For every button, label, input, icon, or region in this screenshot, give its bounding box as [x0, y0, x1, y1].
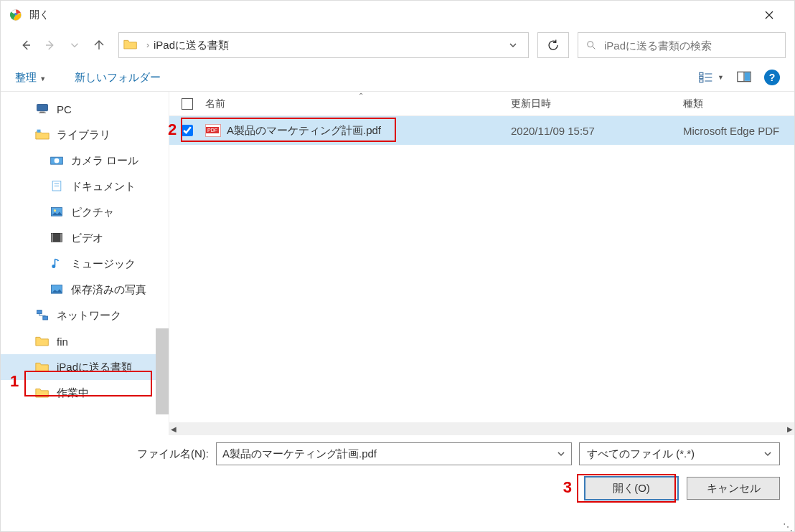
refresh-icon: [547, 39, 560, 52]
svg-rect-4: [700, 76, 703, 78]
filename-value: A製品のマーケティング計画.pdf: [222, 447, 377, 461]
select-all-checkbox[interactable]: [182, 98, 193, 110]
details-view-icon: [699, 71, 713, 84]
address-dropdown-button[interactable]: [502, 41, 524, 49]
callout-number-3: 3: [563, 478, 572, 497]
column-header-type[interactable]: 種類: [683, 98, 794, 110]
organize-menu[interactable]: 整理 ▼: [15, 71, 46, 85]
file-rows: 2 A製品のマーケティング計画.pdf2020/11/09 15:57Micro…: [169, 116, 794, 422]
tree-item[interactable]: ピクチャ: [1, 199, 169, 225]
file-type: Microsoft Edge PDF: [683, 125, 794, 137]
tree-item-label: ミュージック: [71, 257, 136, 271]
arrow-right-icon: [44, 39, 57, 52]
breadcrumb-separator: ›: [146, 40, 149, 50]
tree-item-label: iPadに送る書類: [57, 361, 132, 374]
pc-icon: [35, 103, 50, 115]
recent-locations-button[interactable]: [64, 34, 85, 56]
tree-item[interactable]: ビデオ: [1, 225, 169, 251]
svg-rect-12: [37, 104, 47, 110]
preview-pane-icon: [737, 70, 751, 83]
refresh-button[interactable]: [537, 32, 569, 58]
tree-item-label: fin: [57, 336, 68, 348]
svg-point-17: [55, 158, 60, 163]
tree-item[interactable]: fin: [1, 328, 169, 354]
view-controls: ▼ ?: [699, 70, 780, 85]
nav-up-button[interactable]: [88, 34, 110, 56]
music-icon: [50, 257, 64, 270]
svg-rect-3: [700, 72, 703, 75]
tree-item[interactable]: PC: [1, 96, 169, 122]
svg-rect-24: [51, 233, 52, 242]
svg-rect-11: [745, 72, 751, 81]
tree-item[interactable]: ドキュメント: [1, 174, 169, 199]
chevron-down-icon: [557, 450, 565, 458]
callout-number-1: 1: [10, 372, 19, 391]
svg-point-22: [54, 209, 56, 212]
nav-forward-button[interactable]: [39, 34, 61, 56]
column-header-name[interactable]: ⌃名前: [205, 98, 511, 110]
svg-rect-28: [37, 310, 42, 314]
search-input[interactable]: [604, 39, 778, 52]
folder-icon: [123, 38, 138, 52]
tree-item[interactable]: 保存済みの写真: [1, 277, 169, 303]
nav-back-button[interactable]: [15, 34, 37, 56]
tree-item[interactable]: ライブラリ: [1, 122, 169, 148]
nav-tree[interactable]: PCライブラリカメラ ロールドキュメントピクチャビデオミュージック保存済みの写真…: [1, 92, 169, 435]
pic-icon: [50, 206, 64, 219]
tree-item-label: ライブラリ: [57, 128, 110, 142]
tree-item-label: ドキュメント: [71, 180, 136, 194]
tree-item[interactable]: iPadに送る書類: [1, 354, 169, 380]
row-checkbox[interactable]: [182, 125, 193, 136]
scroll-left-icon: ◀: [171, 425, 177, 433]
tree-item-label: 作業中: [57, 386, 89, 400]
horizontal-scrollbar[interactable]: ◀ ▶: [169, 422, 794, 435]
tree-item[interactable]: ネットワーク: [1, 303, 169, 328]
main-split: PCライブラリカメラ ロールドキュメントピクチャビデオミュージック保存済みの写真…: [1, 91, 794, 435]
svg-point-26: [52, 265, 55, 268]
sort-indicator-icon: ⌃: [358, 92, 364, 100]
close-icon: [765, 11, 773, 19]
tree-scrollbar-thumb[interactable]: [156, 328, 169, 414]
file-row[interactable]: A製品のマーケティング計画.pdf2020/11/09 15:57Microso…: [169, 116, 794, 145]
search-box[interactable]: [578, 32, 786, 58]
open-button[interactable]: 開く(O): [585, 477, 678, 500]
title-bar: 開く: [1, 1, 794, 29]
resize-grip[interactable]: [783, 520, 793, 530]
svg-point-2: [588, 42, 593, 47]
nav-row: › iPadに送る書類: [1, 29, 794, 65]
svg-rect-5: [700, 80, 703, 82]
toolbar: 整理 ▼ 新しいフォルダー ▼ ?: [1, 65, 794, 91]
camera-icon: [50, 154, 64, 167]
tree-item-label: ピクチャ: [71, 206, 114, 219]
filename-label: ファイル名(N):: [15, 447, 216, 461]
file-type-value: すべてのファイル (*.*): [587, 447, 695, 461]
tree-item[interactable]: カメラ ロール: [1, 148, 169, 174]
chevron-down-icon: [68, 39, 81, 52]
cancel-button[interactable]: キャンセル: [687, 477, 780, 500]
filename-input[interactable]: A製品のマーケティング計画.pdf: [216, 442, 572, 465]
folder-icon: [35, 335, 50, 348]
help-button[interactable]: ?: [764, 70, 780, 85]
arrow-up-icon: [93, 39, 105, 52]
file-list: ⌃名前 更新日時 種類 2 A製品のマーケティング計画.pdf2020/11/0…: [169, 92, 794, 435]
column-headers: ⌃名前 更新日時 種類: [169, 92, 794, 116]
new-folder-button[interactable]: 新しいフォルダー: [75, 71, 161, 85]
tree-item[interactable]: 作業中: [1, 380, 169, 406]
folder-icon: [35, 361, 50, 374]
saved-icon: [50, 283, 64, 296]
address-bar[interactable]: › iPadに送る書類: [118, 32, 529, 58]
tree-item-label: カメラ ロール: [71, 154, 138, 168]
tree-item[interactable]: ミュージック: [1, 251, 169, 277]
svg-rect-13: [40, 111, 45, 113]
scroll-right-icon: ▶: [787, 425, 793, 433]
pdf-file-icon: [205, 124, 221, 137]
svg-rect-14: [39, 113, 46, 113]
column-header-date[interactable]: 更新日時: [511, 98, 683, 110]
file-type-filter[interactable]: すべてのファイル (*.*): [579, 442, 780, 465]
callout-number-2: 2: [168, 120, 177, 139]
view-mode-button[interactable]: ▼: [699, 71, 724, 84]
close-button[interactable]: [753, 4, 786, 27]
svg-rect-15: [37, 130, 40, 133]
preview-pane-button[interactable]: [737, 70, 751, 85]
video-icon: [50, 232, 64, 244]
